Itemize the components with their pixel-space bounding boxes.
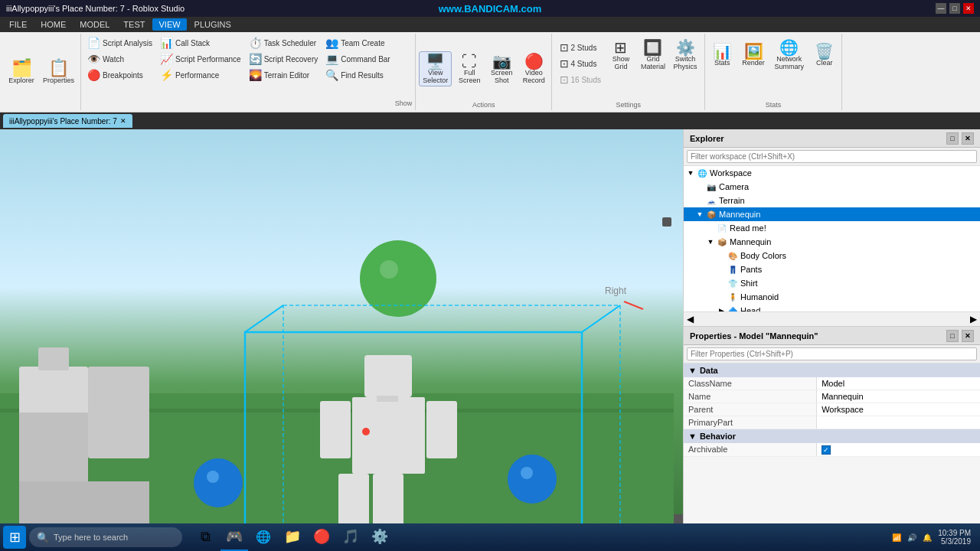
name-value[interactable]: Mannequin — [817, 390, 980, 403]
video-record-button[interactable]: 🔴 VideoRecord — [519, 52, 548, 86]
menu-test[interactable]: TEST — [117, 18, 151, 31]
menu-model[interactable]: MODEL — [74, 18, 116, 31]
properties-filter-input[interactable] — [687, 347, 977, 360]
explorer-next-button[interactable]: ▶ — [970, 314, 977, 324]
watch-button[interactable]: 👁️ Watch — [84, 51, 155, 67]
svg-point-5 — [207, 471, 219, 483]
properties-close-button[interactable]: ✕ — [962, 330, 974, 342]
view-selector-button[interactable]: 🖥️ ViewSelector — [419, 51, 452, 86]
taskbar-app-explorer[interactable]: 📁 — [279, 523, 306, 551]
tree-item-body-colors[interactable]: 🎨 Body Colors — [684, 249, 980, 262]
viewport-resize-handle[interactable] — [674, 514, 683, 523]
tab-place-label: iiiAllypoppyiii's Place Number: 7 — [9, 117, 117, 126]
clear-button[interactable]: 🗑️ Clear — [811, 42, 838, 68]
tree-item-humanoid[interactable]: 🧍 Humanoid — [684, 290, 980, 304]
studs-16-icon: ⊡ — [560, 73, 569, 86]
tab-close-icon[interactable]: ✕ — [120, 117, 126, 125]
menu-file[interactable]: FILE — [3, 18, 33, 31]
tree-item-mannequin-child[interactable]: ▼ 📦 Mannequin — [684, 235, 980, 249]
script-recovery-button[interactable]: 🔄 Script Recovery — [246, 51, 322, 67]
properties-label: Properties — [43, 77, 74, 84]
mannequin-root-expander[interactable]: ▼ — [694, 210, 705, 218]
behavior-section-header[interactable]: ▼ Behavior — [684, 429, 980, 443]
maximize-button[interactable]: □ — [949, 3, 960, 14]
screen-shot-button[interactable]: 📷 ScreenShot — [487, 52, 516, 86]
shirt-expander — [716, 279, 727, 287]
taskbar-app-edge[interactable]: 🌐 — [250, 523, 277, 551]
explorer-expand-button[interactable]: □ — [946, 132, 959, 145]
tree-item-head[interactable]: ▶ 🔷 Head — [684, 304, 980, 311]
tree-item-readme[interactable]: 📄 Read me! — [684, 221, 980, 235]
tree-item-mannequin-root[interactable]: ▼ 📦 Mannequin — [684, 207, 980, 221]
mannequin-child-expander[interactable]: ▼ — [705, 238, 716, 246]
render-button[interactable]: 🖼️ Render — [739, 42, 768, 68]
breakpoints-button[interactable]: 🔴 Breakpoints — [84, 67, 155, 83]
menu-home[interactable]: HOME — [34, 18, 72, 31]
workspace-expander[interactable]: ▼ — [685, 169, 696, 177]
script-performance-button[interactable]: 📈 Script Performance — [157, 51, 244, 67]
explorer-close-button[interactable]: ✕ — [962, 132, 974, 145]
grid-material-button[interactable]: 🔲 GridMaterial — [638, 38, 668, 72]
tree-item-camera[interactable]: 📷 Camera — [684, 180, 980, 194]
prop-classname: ClassName Model — [684, 377, 980, 390]
taskbar-app-roblox[interactable]: 🎮 — [220, 523, 248, 551]
taskbar-app-chrome[interactable]: 🔴 — [308, 523, 335, 551]
taskbar-volume-icon: 🔊 — [907, 533, 916, 542]
find-results-button[interactable]: 🔍 Find Results — [322, 67, 393, 83]
archivable-checkbox[interactable]: ✓ — [822, 445, 831, 455]
primary-part-value[interactable] — [817, 416, 980, 429]
svg-rect-27 — [38, 347, 69, 370]
camera-icon: 📷 — [705, 181, 717, 193]
properties-expand-button[interactable]: □ — [946, 330, 959, 342]
team-create-label: Team Create — [341, 39, 384, 47]
properties-button[interactable]: 📋 Properties — [40, 58, 77, 86]
studs-2-button[interactable]: ⊡ 2 Studs — [557, 40, 604, 55]
stats-button[interactable]: 📊 Stats — [708, 42, 736, 68]
tree-item-workspace[interactable]: ▼ 🌐 Workspace — [684, 166, 980, 180]
tree-item-terrain[interactable]: 🗻 Terrain — [684, 194, 980, 207]
call-stack-button[interactable]: 📊 Call Stack — [157, 35, 244, 51]
archivable-value[interactable]: ✓ — [817, 443, 980, 456]
command-bar-button[interactable]: 💻 Command Bar — [322, 51, 393, 67]
performance-button[interactable]: ⚡ Performance — [157, 67, 244, 83]
close-button[interactable]: ✕ — [963, 3, 974, 14]
svg-point-7 — [521, 467, 533, 479]
full-screen-button[interactable]: ⛶ FullScreen — [455, 52, 484, 86]
menu-plugins[interactable]: PLUGINS — [188, 18, 237, 31]
script-analysis-button[interactable]: 📄 Script Analysis — [84, 35, 155, 51]
tree-item-pants[interactable]: 👖 Pants — [684, 262, 980, 276]
shirt-icon: 👕 — [727, 277, 739, 289]
menu-view[interactable]: VIEW — [152, 18, 186, 31]
explorer-prev-button[interactable]: ◀ — [687, 314, 694, 324]
explorer-panel: Explorer □ ✕ ▼ 🌐 Workspace 📷 — [684, 129, 980, 327]
call-stack-icon: 📊 — [160, 37, 173, 49]
classname-label: ClassName — [684, 377, 817, 390]
explorer-button[interactable]: 🗂️ Explorer — [5, 58, 38, 86]
viewport[interactable]: Right — [0, 129, 683, 523]
taskbar-app-music[interactable]: 🎵 — [337, 523, 364, 551]
script-perf-icon: 📈 — [160, 53, 173, 65]
start-button[interactable]: ⊞ — [3, 526, 26, 549]
network-summary-button[interactable]: 🌐 NetworkSummary — [771, 38, 808, 72]
switch-physics-button[interactable]: ⚙️ SwitchPhysics — [670, 38, 701, 72]
team-create-button[interactable]: 👥 Team Create — [322, 35, 393, 51]
taskbar-clock[interactable]: 10:39 PM 5/3/2019 — [938, 529, 971, 546]
explorer-filter-input[interactable] — [687, 150, 977, 163]
studs-16-button[interactable]: ⊡ 16 Studs — [557, 72, 604, 87]
show-grid-button[interactable]: ⊞ ShowGrid — [606, 38, 636, 72]
taskbar-app-task-view[interactable]: ⧉ — [191, 523, 219, 551]
terrain-editor-icon: 🌄 — [249, 69, 262, 81]
tab-place[interactable]: iiiAllypoppyiii's Place Number: 7 ✕ — [3, 114, 132, 128]
task-scheduler-button[interactable]: ⏱️ Task Scheduler — [246, 35, 322, 51]
tree-item-shirt[interactable]: 👕 Shirt — [684, 276, 980, 290]
shirt-label: Shirt — [740, 279, 758, 288]
data-section-header[interactable]: ▼ Data — [684, 364, 980, 377]
minimize-button[interactable]: — — [936, 3, 946, 14]
svg-rect-29 — [88, 367, 149, 458]
taskbar-app-settings[interactable]: ⚙️ — [366, 523, 394, 551]
studs-4-button[interactable]: ⊡ 4 Studs — [557, 56, 604, 71]
terrain-editor-button[interactable]: 🌄 Terrain Editor — [246, 67, 322, 83]
toolbar: 🗂️ Explorer 📋 Properties 📄 Script Analys… — [0, 32, 980, 112]
show-grid-label: ShowGrid — [612, 55, 630, 70]
taskbar-search[interactable]: 🔍 Type here to search — [29, 527, 182, 547]
